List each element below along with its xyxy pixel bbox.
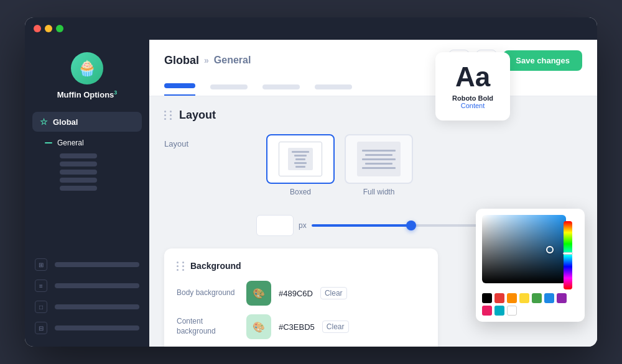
close-button[interactable]	[34, 25, 41, 32]
picker-rainbow[interactable]	[564, 221, 572, 289]
fw-line-5	[362, 167, 396, 169]
picker-gradient-thumb[interactable]	[546, 246, 554, 253]
sidebar-line-1	[60, 153, 97, 158]
fw-line-4	[365, 163, 392, 165]
swatch-orange[interactable]	[507, 293, 517, 303]
save-changes-button[interactable]: Save changes	[503, 50, 582, 71]
bg-drag-handle-icon[interactable]	[177, 262, 185, 271]
content-bg-row: Content background 🎨 #C3EBD5 Clear	[177, 314, 425, 339]
list-icon[interactable]: ≡	[35, 280, 47, 292]
header-top: Global » General ? ⊡ Save changes	[164, 50, 582, 71]
tab-2-placeholder[interactable]	[210, 84, 248, 89]
layout-fullwidth-label: Full width	[345, 188, 413, 196]
layout-cards: Boxed	[266, 134, 413, 196]
sidebar-navigation: ☆ Global General	[25, 112, 149, 258]
page-icon[interactable]: □	[35, 301, 47, 313]
breadcrumb: Global » General	[164, 54, 251, 67]
sidebar-global-label: Global	[53, 117, 78, 127]
traffic-lights	[34, 25, 63, 32]
layout-card-boxed[interactable]: Boxed	[266, 134, 335, 196]
box-line-3	[295, 158, 305, 160]
body-bg-label: Body background	[177, 288, 239, 298]
px-input[interactable]	[256, 215, 294, 236]
maximize-button[interactable]	[56, 25, 63, 32]
sidebar-icon-line-1	[55, 262, 139, 267]
box-line-2	[294, 155, 307, 157]
font-preview-text: Aa	[455, 63, 490, 91]
swatch-yellow[interactable]	[519, 293, 529, 303]
sidebar: 🧁 Muffin Options3 ☆ Global General	[25, 40, 149, 347]
sidebar-icon-row-1: ⊞	[35, 258, 139, 271]
fw-line-2	[365, 154, 392, 156]
layout-card-boxed-box[interactable]	[266, 134, 335, 184]
sidebar-icon-row-3: □	[35, 301, 139, 313]
layout-boxed-label: Boxed	[266, 188, 335, 196]
content-area: Global » General ? ⊡ Save changes	[149, 40, 597, 347]
box-line-1	[292, 151, 309, 153]
titlebar	[25, 17, 597, 40]
tab-3-placeholder[interactable]	[262, 84, 300, 89]
content-bg-clear-button[interactable]: Clear	[322, 321, 349, 333]
font-type: Content	[461, 102, 485, 109]
layout-icon[interactable]: ⊞	[35, 258, 47, 271]
sidebar-title: Muffin Options3	[57, 89, 118, 99]
picker-rainbow-container	[570, 215, 578, 283]
fullwidth-visual	[357, 142, 401, 176]
sidebar-line-2	[60, 162, 97, 166]
sidebar-icon-row-4: ⊟	[35, 322, 139, 334]
sidebar-logo: 🧁 Muffin Options3	[25, 52, 149, 112]
sidebar-line-5	[60, 186, 97, 191]
dash-icon	[45, 142, 52, 143]
sidebar-subnav: General	[32, 135, 142, 191]
body-bg-clear-button[interactable]: Clear	[320, 287, 347, 299]
tab-4-placeholder[interactable]	[315, 84, 352, 89]
breadcrumb-separator: »	[204, 55, 209, 65]
box-line-4	[294, 162, 307, 164]
swatch-pink[interactable]	[482, 306, 492, 316]
sidebar-icons: ⊞ ≡ □ ⊟	[25, 258, 149, 334]
grid-icon[interactable]: ⊟	[35, 322, 47, 334]
picker-gradient[interactable]	[482, 215, 566, 283]
sidebar-line-4	[60, 178, 97, 183]
boxed-visual	[279, 142, 322, 176]
background-section: Background Body background 🎨 #489C6D Cle…	[164, 248, 438, 347]
layout-card-fullwidth-box[interactable]	[345, 134, 413, 184]
content-bg-swatch[interactable]: 🎨	[246, 314, 271, 339]
picker-rainbow-thumb[interactable]	[563, 252, 573, 255]
swatch-green[interactable]	[532, 293, 542, 303]
color-picker-popup	[476, 209, 585, 322]
swatch-cyan[interactable]	[494, 306, 504, 316]
sidebar-line-3	[60, 170, 97, 175]
picker-swatches	[482, 293, 578, 316]
sidebar-item-global[interactable]: ☆ Global	[32, 112, 142, 132]
swatch-purple[interactable]	[557, 293, 567, 303]
fw-line-1	[362, 150, 396, 152]
sidebar-general-label: General	[57, 139, 84, 147]
swatch-white[interactable]	[507, 306, 517, 316]
layout-card-fullwidth[interactable]: Full width	[345, 134, 413, 196]
logo-icon: 🧁	[71, 52, 103, 84]
drag-handle-icon[interactable]	[164, 111, 173, 120]
box-line-5	[295, 166, 305, 168]
sidebar-icon-row-2: ≡	[35, 280, 139, 292]
font-preview-card: Aa Roboto Bold Content	[435, 52, 510, 121]
tab-1[interactable]	[164, 78, 195, 96]
swatch-black[interactable]	[482, 293, 492, 303]
body-bg-swatch[interactable]: 🎨	[246, 281, 271, 306]
swatch-red[interactable]	[494, 293, 504, 303]
font-name: Roboto Bold	[452, 94, 493, 102]
fw-line-3	[362, 158, 396, 160]
sidebar-icon-line-3	[55, 304, 139, 309]
sidebar-item-general[interactable]: General	[40, 135, 142, 150]
slider-thumb[interactable]	[406, 221, 416, 230]
color-drop-icon-2: 🎨	[253, 321, 265, 333]
color-drop-icon: 🎨	[253, 288, 265, 299]
swatch-blue[interactable]	[544, 293, 554, 303]
minimize-button[interactable]	[45, 25, 52, 32]
sidebar-icon-line-4	[55, 325, 139, 330]
star-icon: ☆	[40, 117, 48, 127]
content-header: Global » General ? ⊡ Save changes	[149, 40, 597, 96]
px-label: px	[299, 221, 307, 230]
header-tabs	[164, 78, 582, 96]
content-bg-hex: #C3EBD5	[279, 322, 315, 332]
